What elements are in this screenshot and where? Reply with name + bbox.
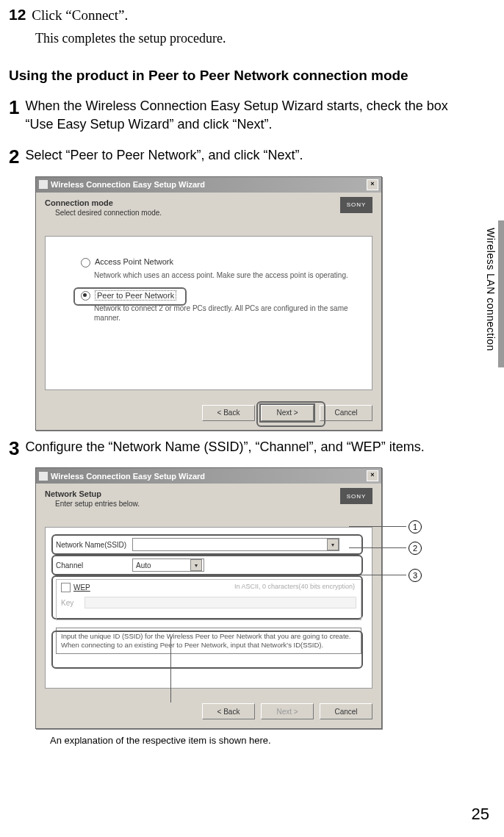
step-12: 12 Click “Connect”. xyxy=(9,6,460,25)
key-label: Key xyxy=(61,599,79,607)
cancel-button[interactable]: Cancel xyxy=(320,703,372,719)
dialog-subheading: Select desired connection mode. xyxy=(55,209,372,217)
highlight-callout xyxy=(73,287,187,306)
chevron-down-icon[interactable]: ▾ xyxy=(327,539,339,550)
dialog-subheading: Enter setup entries below. xyxy=(55,500,372,508)
wep-group: WEP In ASCII, 0 characters(40 bits encry… xyxy=(56,579,361,620)
step-2: 2 Select “Peer to Peer Network”, and cli… xyxy=(9,146,460,168)
form-panel: Network Name(SSID) ▾ Channel Auto xyxy=(45,527,372,689)
step-text: Click “Connect”. xyxy=(32,6,128,25)
dialog-title: Wireless Connection Easy Setup Wizard xyxy=(51,472,205,481)
step-subtext: This completes the setup procedure. xyxy=(35,31,460,46)
callout-number-2: 2 xyxy=(408,542,422,555)
ssid-input[interactable]: ▾ xyxy=(132,538,339,551)
step-number: 3 xyxy=(9,438,19,459)
channel-row: Channel Auto ▾ xyxy=(56,558,361,572)
dialog-heading: Network Setup xyxy=(45,489,372,498)
wep-hint: In ASCII, 0 characters(40 bits encryptio… xyxy=(234,583,355,590)
step-text: Configure the “Network Name (SSID)”, “Ch… xyxy=(25,438,424,456)
options-panel: Access Point Network Network which uses … xyxy=(45,236,372,390)
dialog-connection-mode: Wireless Connection Easy Setup Wizard × … xyxy=(35,176,382,431)
dialog-heading: Connection mode xyxy=(45,198,372,207)
checkbox-icon[interactable] xyxy=(61,583,71,592)
brand-badge: SONY xyxy=(340,197,372,213)
leader-line xyxy=(349,575,406,575)
wep-label: WEP xyxy=(73,583,90,592)
brand-badge: SONY xyxy=(340,488,372,504)
radio-access-point[interactable]: Access Point Network xyxy=(81,257,360,267)
close-icon[interactable]: × xyxy=(367,179,378,190)
ssid-row: Network Name(SSID) ▾ xyxy=(56,538,361,551)
next-button: Next > xyxy=(261,703,314,719)
app-icon xyxy=(39,472,48,481)
dialog-title: Wireless Connection Easy Setup Wizard xyxy=(51,180,205,189)
section-heading: Using the product in Peer to Peer Networ… xyxy=(9,67,460,85)
page-number: 25 xyxy=(472,805,489,824)
step-number: 1 xyxy=(9,97,19,118)
titlebar: Wireless Connection Easy Setup Wizard × xyxy=(36,177,381,193)
step-number: 2 xyxy=(9,146,19,168)
info-box: Input the unique ID (SSID) for the Wirel… xyxy=(56,628,361,654)
leader-line-vertical xyxy=(170,636,171,703)
leader-line xyxy=(349,526,406,527)
edge-tab-bar xyxy=(498,220,504,367)
option-label: Access Point Network xyxy=(95,257,173,266)
back-button[interactable]: < Back xyxy=(202,405,255,421)
step-text: When the Wireless Connection Easy Setup … xyxy=(25,97,460,133)
key-row: Key xyxy=(61,597,356,608)
ssid-label: Network Name(SSID) xyxy=(56,541,129,549)
channel-value: Auto xyxy=(136,561,151,570)
option-description: Network which uses an access point. Make… xyxy=(94,270,360,280)
dialog-buttons: < Back Next > Cancel xyxy=(36,398,381,430)
cancel-button[interactable]: Cancel xyxy=(320,405,372,421)
figure-caption: An explanation of the respective item is… xyxy=(50,735,460,746)
channel-label: Channel xyxy=(56,561,129,570)
app-icon xyxy=(39,180,48,189)
step-1: 1 When the Wireless Connection Easy Setu… xyxy=(9,97,460,133)
callout-number-3: 3 xyxy=(408,569,422,582)
step-number: 12 xyxy=(9,6,26,23)
step-text: Select “Peer to Peer Network”, and click… xyxy=(25,146,303,164)
key-input[interactable] xyxy=(84,597,356,608)
highlight-callout xyxy=(256,401,325,427)
close-icon[interactable]: × xyxy=(367,470,378,481)
back-button[interactable]: < Back xyxy=(202,703,255,719)
radio-icon xyxy=(81,258,90,267)
dialog-buttons: < Back Next > Cancel xyxy=(36,696,381,728)
option-description: Network to connect 2 or more PCs directl… xyxy=(94,303,360,323)
step-3: 3 Configure the “Network Name (SSID)”, “… xyxy=(9,438,460,459)
dialog-network-setup: Wireless Connection Easy Setup Wizard × … xyxy=(35,467,382,729)
edge-tab-label: Wireless LAN connection xyxy=(485,228,497,351)
channel-dropdown[interactable]: Auto ▾ xyxy=(132,558,204,572)
titlebar: Wireless Connection Easy Setup Wizard × xyxy=(36,468,381,484)
chevron-down-icon[interactable]: ▾ xyxy=(190,559,202,571)
callout-number-1: 1 xyxy=(408,520,422,534)
leader-line xyxy=(349,547,406,548)
